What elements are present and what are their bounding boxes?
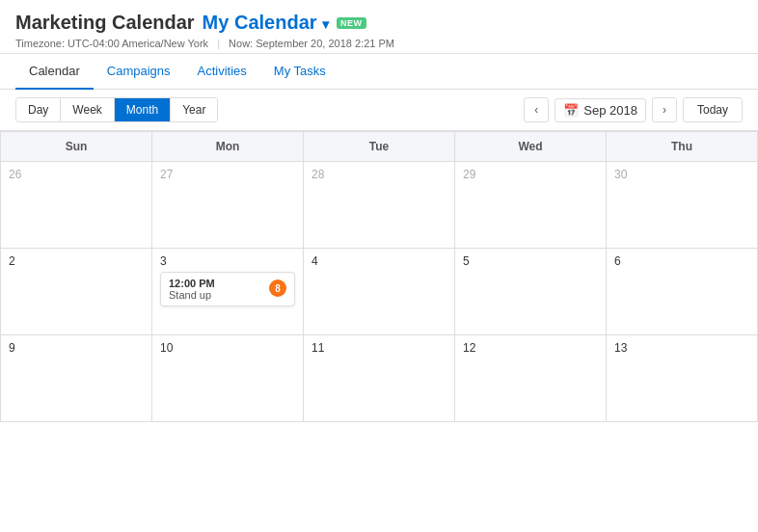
- today-button[interactable]: Today: [683, 97, 743, 122]
- day-number: 9: [9, 341, 144, 355]
- table-row[interactable]: 13: [607, 335, 758, 422]
- day-number: 10: [160, 341, 295, 355]
- day-number: 13: [614, 341, 749, 355]
- my-calendar-label[interactable]: My Calendar ▾: [203, 12, 330, 34]
- col-wed: Wed: [455, 132, 607, 162]
- timezone-bar: Timezone: UTC-04:00 America/New York | N…: [15, 38, 743, 49]
- table-row[interactable]: 312:00 PMStand up8: [152, 249, 304, 335]
- day-number: 11: [311, 341, 447, 355]
- table-row[interactable]: 28: [304, 162, 455, 249]
- table-row[interactable]: 11: [304, 335, 455, 422]
- day-number: 5: [463, 254, 598, 268]
- day-number: 2: [9, 254, 144, 268]
- event-badge: 8: [269, 279, 286, 297]
- view-week-button[interactable]: Week: [61, 98, 114, 121]
- col-mon: Mon: [152, 132, 304, 162]
- table-row[interactable]: 4: [304, 249, 455, 335]
- title-row: Marketing Calendar My Calendar ▾ NEW: [15, 12, 743, 34]
- chevron-down-icon: ▾: [322, 16, 329, 32]
- event-name: Stand up: [169, 289, 215, 301]
- calendar-toolbar: Day Week Month Year ‹ 📅 Sep 2018 › Today: [0, 90, 758, 131]
- view-buttons: Day Week Month Year: [15, 97, 218, 122]
- col-tue: Tue: [304, 132, 455, 162]
- table-row[interactable]: 27: [152, 162, 304, 249]
- calendar-grid: Sun Mon Tue Wed Thu 26272829302312:00 PM…: [0, 131, 758, 422]
- day-number: 12: [463, 341, 598, 355]
- day-number: 30: [614, 168, 749, 181]
- table-row[interactable]: 10: [152, 335, 304, 422]
- day-number: 29: [463, 168, 598, 181]
- event-card[interactable]: 12:00 PMStand up8: [160, 272, 295, 306]
- table-row[interactable]: 9: [1, 335, 152, 422]
- app-title: Marketing Calendar: [15, 12, 195, 34]
- tab-campaigns[interactable]: Campaigns: [94, 54, 184, 90]
- day-number: 4: [311, 254, 447, 268]
- table-row[interactable]: 2: [1, 249, 152, 335]
- tab-calendar[interactable]: Calendar: [15, 54, 94, 90]
- page-header: Marketing Calendar My Calendar ▾ NEW Tim…: [0, 0, 758, 54]
- table-row[interactable]: 29: [455, 162, 607, 249]
- col-thu: Thu: [607, 132, 758, 162]
- new-badge: NEW: [337, 17, 366, 29]
- view-day-button[interactable]: Day: [16, 98, 61, 121]
- view-year-button[interactable]: Year: [171, 98, 217, 121]
- tab-activities[interactable]: Activities: [184, 54, 260, 90]
- day-number: 28: [311, 168, 447, 181]
- day-number: 3: [160, 254, 295, 268]
- table-row[interactable]: 6: [607, 249, 758, 335]
- table-row[interactable]: 30: [607, 162, 758, 249]
- day-number: 6: [614, 254, 749, 268]
- tab-my-tasks[interactable]: My Tasks: [260, 54, 339, 90]
- day-number: 27: [160, 168, 295, 181]
- month-label: 📅 Sep 2018: [555, 98, 646, 122]
- calendar-wrapper: Sun Mon Tue Wed Thu 26272829302312:00 PM…: [0, 131, 758, 422]
- next-month-button[interactable]: ›: [652, 97, 677, 122]
- event-time: 12:00 PM: [169, 278, 215, 289]
- day-number: 26: [9, 168, 144, 181]
- table-row[interactable]: 12: [455, 335, 607, 422]
- view-month-button[interactable]: Month: [115, 98, 171, 121]
- prev-month-button[interactable]: ‹: [524, 97, 549, 122]
- table-row[interactable]: 5: [455, 249, 607, 335]
- tabs-bar: Calendar Campaigns Activities My Tasks: [0, 54, 758, 90]
- nav-controls: ‹ 📅 Sep 2018 › Today: [524, 97, 743, 122]
- col-sun: Sun: [1, 132, 152, 162]
- calendar-icon: 📅: [563, 103, 579, 118]
- table-row[interactable]: 26: [1, 162, 152, 249]
